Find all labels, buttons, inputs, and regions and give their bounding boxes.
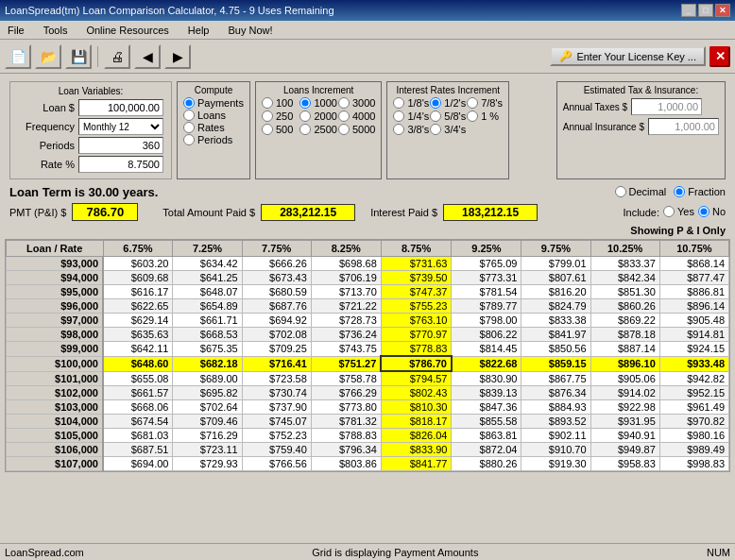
rate-3quarters[interactable]: 3/4's: [430, 124, 466, 135]
rate-cell: $648.60: [103, 356, 173, 371]
include-yes-radio[interactable]: [663, 206, 675, 217]
menu-file[interactable]: File: [4, 24, 28, 37]
rate-cell: $839.13: [452, 386, 521, 400]
fraction-radio[interactable]: [674, 186, 685, 197]
annual-taxes-label: Annual Taxes $: [563, 102, 627, 112]
rate-cell: $716.41: [242, 356, 311, 371]
loan-cell: $101,000: [7, 371, 104, 386]
save-button[interactable]: 💾: [65, 44, 92, 69]
back-button[interactable]: ◀: [134, 44, 161, 69]
rate-1pct[interactable]: 1 %: [467, 110, 503, 122]
loan-cell: $106,000: [7, 443, 104, 457]
menu-help[interactable]: Help: [184, 24, 214, 37]
inc-250[interactable]: 250: [262, 110, 299, 122]
table-row: $104,000$674.54$709.46$745.07$781.32$818…: [7, 415, 729, 429]
toolbar-separator: [97, 46, 98, 67]
menu-bar: File Tools Online Resources Help Buy Now…: [0, 21, 735, 40]
rate-eighths[interactable]: 1/8's: [393, 97, 429, 109]
compute-loans-radio[interactable]: [183, 110, 195, 121]
inc-2000[interactable]: 2000: [299, 110, 336, 122]
inc-3000[interactable]: 3000: [338, 97, 375, 109]
menu-buy-now[interactable]: Buy Now!: [224, 24, 276, 37]
rate-halves[interactable]: 1/2's: [430, 97, 466, 109]
title-bar: LoanSpread(tm) Loan Comparison Calculato…: [0, 0, 735, 21]
periods-input[interactable]: [78, 137, 163, 154]
rate-cell: $675.35: [173, 342, 242, 357]
rate-cell: $668.53: [173, 328, 242, 342]
license-label: Enter Your License Key ...: [576, 51, 696, 62]
license-button[interactable]: 🔑 Enter Your License Key ...: [550, 46, 706, 66]
rate-cell: $816.20: [521, 285, 590, 299]
rate-input[interactable]: [78, 156, 163, 173]
rate-cell: $674.54: [103, 415, 173, 429]
annual-insurance-row: Annual Insurance $: [563, 118, 719, 135]
rate-7eighths[interactable]: 7/8's: [467, 97, 503, 109]
compute-loans[interactable]: Loans: [183, 110, 244, 121]
rate-cell: $830.90: [452, 371, 521, 386]
rate-cell: $706.19: [311, 271, 381, 285]
frequency-select[interactable]: Monthly 12: [78, 118, 163, 135]
rate-cell: $833.38: [521, 314, 590, 328]
col-header-825: 8.25%: [311, 241, 381, 257]
pmt-value: 786.70: [72, 203, 138, 221]
decimal-option[interactable]: Decimal: [615, 186, 667, 197]
print-button[interactable]: 🖨: [104, 44, 130, 69]
inc-2500[interactable]: 2500: [299, 124, 336, 135]
window-title: LoanSpread(tm) Loan Comparison Calculato…: [5, 5, 334, 16]
col-header-loan-rate: Loan / Rate: [7, 241, 104, 257]
include-no[interactable]: No: [698, 206, 726, 217]
include-yes[interactable]: Yes: [663, 206, 694, 217]
fraction-option[interactable]: Fraction: [674, 186, 726, 197]
open-button[interactable]: 📂: [35, 44, 61, 69]
inc-4000[interactable]: 4000: [338, 110, 375, 122]
compute-periods-radio[interactable]: [183, 134, 195, 145]
pmt-results-row: PMT (P&I) $ 786.70 Total Amount Paid $ 2…: [5, 202, 730, 222]
compute-rates[interactable]: Rates: [183, 122, 244, 133]
menu-online-resources[interactable]: Online Resources: [82, 24, 172, 37]
rate-cell: $940.91: [590, 429, 659, 443]
compute-payments-radio[interactable]: [183, 97, 195, 109]
status-right: NUM: [707, 547, 730, 558]
maximize-button[interactable]: □: [698, 4, 713, 17]
annual-insurance-input[interactable]: [648, 118, 719, 135]
inc-5000[interactable]: 5000: [338, 124, 375, 135]
loan-cell: $97,000: [7, 314, 104, 328]
loan-input[interactable]: [78, 99, 163, 116]
exit-button[interactable]: ✕: [709, 46, 730, 67]
rate-cell: $822.68: [452, 356, 521, 371]
compute-payments[interactable]: Payments: [183, 97, 244, 109]
total-value: 283,212.15: [261, 204, 355, 221]
rate-cell: $680.59: [242, 285, 311, 299]
rate-5eighths[interactable]: 5/8's: [430, 110, 466, 122]
rate-cell: $989.49: [659, 443, 728, 457]
rate-cell: $810.30: [381, 400, 452, 415]
inc-100[interactable]: 100: [262, 97, 299, 109]
col-header-975: 9.75%: [521, 241, 590, 257]
decimal-label: Decimal: [629, 186, 667, 197]
rate-cell: $729.93: [173, 457, 242, 471]
close-button[interactable]: ✕: [715, 4, 730, 17]
compute-rates-radio[interactable]: [183, 122, 195, 133]
rate-cell: $824.79: [521, 299, 590, 314]
annual-taxes-input[interactable]: [631, 98, 702, 115]
rate-cell: $695.82: [173, 386, 242, 400]
rate-3eighths[interactable]: 3/8's: [393, 124, 429, 135]
rate-cell: $833.37: [590, 257, 659, 271]
rate-quarters[interactable]: 1/4's: [393, 110, 429, 122]
forward-button[interactable]: ▶: [164, 44, 191, 69]
rate-cell: $863.81: [452, 429, 521, 443]
include-no-radio[interactable]: [698, 206, 709, 217]
decimal-radio[interactable]: [615, 186, 626, 197]
inc-1000[interactable]: 1000: [299, 97, 336, 109]
rate-cell: $851.30: [590, 285, 659, 299]
loan-amount-row: Loan $: [18, 99, 163, 116]
new-button[interactable]: 📄: [5, 44, 31, 69]
minimize-button[interactable]: _: [681, 4, 696, 17]
menu-tools[interactable]: Tools: [40, 24, 72, 37]
compute-periods[interactable]: Periods: [183, 134, 244, 145]
inc-500[interactable]: 500: [262, 124, 299, 135]
rate-cell: $807.61: [521, 271, 590, 285]
status-bar: LoanSpread.com Grid is displaying Paymen…: [0, 543, 735, 560]
table-row: $106,000$687.51$723.11$759.40$796.34$833…: [7, 443, 729, 457]
rate-cell: $681.03: [103, 429, 173, 443]
